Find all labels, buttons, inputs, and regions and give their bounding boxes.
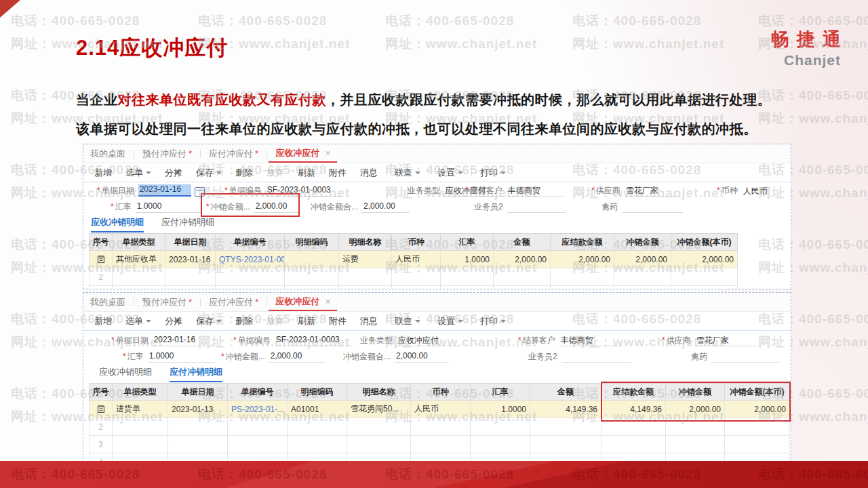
drill-icon[interactable] [97,256,105,264]
field-label: 业务员2 [528,351,557,363]
save-button[interactable]: 保存 [189,315,229,327]
save-button[interactable]: 保存 [189,167,229,179]
refresh-button[interactable]: 刷新 [291,315,322,327]
vendor-input[interactable]: 雪花厂家 [625,185,682,197]
doc-date-input[interactable]: 2023-01-16 [153,335,215,346]
subtab-ap-detail[interactable]: 应付冲销明细 [161,216,214,232]
tab-ap-offset[interactable]: 应付冲应付* [202,293,265,310]
logo-cn-text: 畅捷通 [771,27,848,52]
cell-empty [494,268,551,286]
tab-label: 预付冲应付 [142,148,186,160]
drill-icon[interactable] [97,405,105,413]
field-salesman: 业务员2 [528,350,631,363]
toolbar-separator [429,168,429,177]
refresh-button[interactable]: 刷新 [291,167,322,179]
settings-button[interactable]: 设置 [431,167,470,179]
toolbar-separator [386,317,387,325]
cell-currency: 人民币 [392,251,441,268]
linked-query-button[interactable]: 联查 [388,315,427,327]
linked-query-button[interactable]: 联查 [388,167,427,179]
doc-date-input[interactable]: 2023-01-16 [138,184,191,197]
qinyao-input[interactable] [622,201,683,213]
tab-label: 应付冲应付 [209,148,253,160]
cell-empty [551,268,614,286]
salesman-input[interactable] [561,351,631,363]
writeoff-total-input[interactable]: 2,000.00 [395,351,449,363]
cell-doc-no-link[interactable]: QTYS-2023-01-0002 [216,251,285,268]
split-button[interactable]: 分摊 [158,167,189,179]
caret-down-icon [500,171,506,174]
exchange-rate-input[interactable]: 1.0000 [136,201,201,213]
print-button[interactable]: 打印 [473,167,513,179]
cell-empty [285,286,339,290]
cell-empty [725,436,790,453]
table-row[interactable]: 其他应收单 2023-01-16 QTYS-2023-01-0002 运费 人民… [90,251,738,268]
delete-button[interactable]: 删除 [229,167,260,179]
customer-input[interactable]: 丰德商贸 [507,185,564,197]
customer-input[interactable]: 丰德商贸 [559,335,620,346]
pick-order-button[interactable]: 选单 [119,167,158,179]
cell-doc-no-link[interactable]: PS-2023-01-... [228,401,288,418]
required-marker: * [111,336,115,345]
field-label: 结算客户 [523,336,555,345]
col-header: 序号 [90,234,113,251]
exchange-rate-input[interactable]: 1.0000 [148,351,216,363]
col-header: 单据日期 [165,234,216,251]
salesman-input[interactable] [507,201,566,213]
field-customer: *结算客户 丰德商贸 [518,334,620,346]
tab-label: 应收冲应付 [275,296,319,308]
cell-empty [165,286,216,290]
body-line2: 该单据可以处理同一往来单位的应收款与应付款的冲抵，也可以处理不同往来单位间的应收… [76,121,757,136]
tab-my-desktop[interactable]: 我的桌面 [83,293,132,310]
col-header: 汇率 [471,384,530,401]
tab-close-icon[interactable]: × [325,296,330,307]
subtab-ar-detail[interactable]: 应收冲销明细 [91,216,144,232]
tab-ar-offset-ap[interactable]: 应收冲应付× [269,293,337,311]
cell-doc-date: 2023-01-13 [168,401,228,418]
delete-button[interactable]: 删除 [229,315,260,327]
tab-prepay-offset[interactable]: 预付冲应付* [136,293,199,310]
annotation-box-amount-columns [601,382,791,422]
doc-no-input[interactable]: SF-2023-01-0003 [275,335,353,346]
settings-button[interactable]: 设置 [431,315,470,327]
message-button[interactable]: 消息 [353,315,384,327]
print-button[interactable]: 打印 [473,315,513,327]
subtab-ap-detail[interactable]: 应付冲销明细 [170,366,222,382]
cell-rownum: 3 [90,436,113,453]
cell-doc-type: 进货单 [113,401,168,418]
field-biz-type: 业务类型 应收冲应付 [360,334,459,346]
tab-close-icon[interactable]: × [325,148,330,159]
button-label: 保存 [196,167,214,179]
cell-detail-name: 运费 [339,251,392,268]
new-button[interactable]: 新增 [87,167,119,179]
tab-prepay-offset[interactable]: 预付冲应付* [136,145,199,162]
field-label: 业务类型 [360,335,393,346]
subtab-ar-detail[interactable]: 应收冲销明细 [99,366,152,382]
writeoff-total-input[interactable]: 2,000.00 [362,201,410,213]
attachment-button[interactable]: 附件 [322,315,353,327]
cell-detail-name: 雪花勇闯50... [347,401,411,418]
currency-input[interactable]: 人民币 [742,186,783,197]
button-label: 设置 [437,167,455,179]
col-header: 冲销金额 [614,234,671,251]
required-marker: * [465,186,469,195]
cell-currency: 人民币 [411,401,471,418]
new-button[interactable]: 新增 [87,315,119,327]
biz-type-input[interactable]: 应收冲应付 [397,335,459,346]
tab-bar: 我的桌面 预付冲应付* 应付冲应付* 应收冲应付× [83,293,791,312]
vendor-input[interactable]: 雪花厂家 [695,335,762,346]
caret-down-icon [216,171,222,174]
split-button[interactable]: 分摊 [158,315,189,327]
message-button[interactable]: 消息 [353,167,384,179]
tab-ar-offset-ap[interactable]: 应收冲应付× [269,144,337,163]
attachment-button[interactable]: 附件 [322,167,353,179]
pick-order-button[interactable]: 选单 [119,315,158,327]
button-label: 新增 [94,315,112,327]
tab-ap-offset[interactable]: 应付冲应付* [202,145,265,162]
tab-label: 应付冲应付 [209,296,253,308]
writeoff-amount-input[interactable]: 2,000.00 [269,351,325,363]
qinyao-input[interactable] [711,351,779,363]
table-header-row: 序号单据类型单据日期单据编号明细编码明细名称币种汇率金额应结款金额冲销金额冲销金… [90,234,738,251]
button-label: 联查 [395,315,412,327]
tab-my-desktop[interactable]: 我的桌面 [83,145,132,162]
